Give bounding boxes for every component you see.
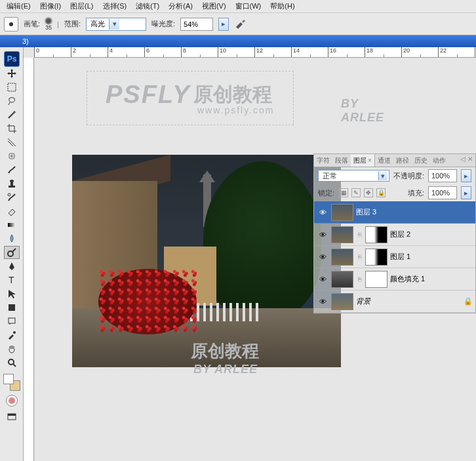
mask-thumb[interactable] [365, 249, 387, 266]
wand-tool[interactable] [4, 108, 20, 121]
ruler-vertical[interactable] [24, 58, 34, 461]
notes-tool[interactable] [4, 315, 20, 328]
layers-panel: ◁ ✕ 字符 段落 图层× 通道 路径 历史 动作 正常▾ 不透明度: 100%… [313, 153, 476, 313]
menu-help[interactable]: 帮助(H) [266, 0, 298, 12]
layer-thumb[interactable] [331, 204, 353, 221]
layer-row[interactable]: 👁 ⎘ 图层 2 [314, 224, 475, 246]
type-tool[interactable]: T [4, 273, 20, 287]
fill-input[interactable]: 100% [428, 186, 457, 199]
visibility-icon[interactable]: 👁 [317, 231, 328, 239]
quick-mask-toggle[interactable] [6, 395, 18, 407]
close-icon[interactable]: × [368, 157, 372, 164]
lock-position-icon[interactable]: ✥ [364, 188, 373, 197]
lock-all-icon[interactable]: 🔒 [376, 188, 386, 197]
link-icon: ⎘ [356, 276, 363, 283]
gradient-tool[interactable] [4, 218, 20, 231]
lasso-tool[interactable] [4, 94, 20, 108]
svg-rect-0 [8, 83, 16, 91]
dodge-tool[interactable] [4, 246, 20, 259]
exposure-input[interactable]: 54% [180, 18, 213, 31]
menu-layer[interactable]: 图层(L) [66, 0, 97, 12]
fill-label: 填充: [408, 188, 424, 198]
watermark-top: PSFLY原创教程 www.psfly.com BY ARLEE [87, 71, 294, 125]
menu-image[interactable]: 图像(I) [36, 0, 65, 12]
history-brush-tool[interactable] [4, 191, 20, 204]
tool-preset-picker[interactable] [4, 17, 18, 31]
layer-name[interactable]: 颜色填充 1 [390, 274, 425, 284]
slice-tool[interactable] [4, 136, 20, 149]
pen-tool[interactable] [4, 260, 20, 273]
layer-row[interactable]: 👁 ⎘ 图层 1 [314, 246, 475, 268]
layer-name[interactable]: 背景 [356, 296, 370, 306]
visibility-icon[interactable]: 👁 [317, 298, 328, 306]
layer-thumb[interactable] [331, 226, 353, 243]
layer-name[interactable]: 图层 3 [356, 207, 376, 217]
toolbox: T [0, 47, 24, 461]
visibility-icon[interactable]: 👁 [317, 275, 328, 283]
menu-analysis[interactable]: 分析(A) [165, 0, 197, 12]
tab-character[interactable]: 字符 [314, 154, 332, 167]
layer-name[interactable]: 图层 2 [390, 230, 410, 239]
lock-transparent-icon[interactable]: ▦ [339, 188, 348, 197]
layer-thumb[interactable] [331, 271, 353, 288]
brush-size: 35 [45, 24, 52, 31]
tab-paths[interactable]: 路径 [393, 154, 412, 167]
screen-mode-toggle[interactable] [4, 411, 20, 424]
color-swatch[interactable] [3, 374, 20, 391]
lock-pixels-icon[interactable]: ✎ [351, 188, 361, 197]
visibility-icon[interactable]: 👁 [317, 209, 328, 216]
brush-tool[interactable] [4, 163, 20, 176]
blur-tool[interactable] [4, 232, 20, 245]
opacity-input[interactable]: 100% [428, 169, 457, 182]
range-select[interactable]: 高光 ▾ [86, 18, 146, 31]
exposure-flyout[interactable]: ▸ [218, 18, 229, 31]
eyedropper-tool[interactable] [4, 329, 20, 342]
marquee-tool[interactable] [4, 81, 20, 94]
menu-view[interactable]: 视图(V) [198, 0, 230, 12]
canvas-area: 024681012141618202224 PSFLY原创教程 www.psfl… [24, 47, 476, 461]
brush-picker[interactable]: 35 [45, 18, 52, 31]
stamp-tool[interactable] [4, 177, 20, 190]
opacity-flyout[interactable]: ▸ [461, 169, 471, 182]
blend-mode-select[interactable]: 正常▾ [318, 170, 389, 182]
tab-layers[interactable]: 图层× [351, 154, 375, 167]
menu-filter[interactable]: 滤镜(T) [132, 0, 163, 12]
layer-row[interactable]: 👁 ⎘ 颜色填充 1 [314, 268, 475, 291]
foreground-color[interactable] [3, 374, 14, 384]
tab-actions[interactable]: 动作 [430, 154, 448, 167]
layer-thumb[interactable] [331, 293, 353, 310]
tab-channels[interactable]: 通道 [375, 154, 393, 167]
move-tool[interactable] [4, 67, 20, 80]
layer-row[interactable]: 👁 背景 🔒 [314, 291, 475, 313]
mask-thumb[interactable] [365, 226, 387, 243]
eraser-tool[interactable] [4, 205, 20, 218]
visibility-icon[interactable]: 👁 [317, 253, 328, 261]
document-region[interactable]: PSFLY原创教程 www.psfly.com BY ARLEE 原创教程 BY… [34, 58, 476, 461]
layer-list: 👁 图层 3 👁 ⎘ 图层 2 👁 ⎘ [314, 201, 475, 313]
layer-row[interactable]: 👁 图层 3 [314, 201, 475, 224]
crop-tool[interactable] [4, 122, 20, 135]
zoom-tool[interactable] [4, 356, 20, 369]
ps-logo-icon: Ps [4, 51, 20, 67]
document-title-bar: 3) [0, 35, 476, 47]
layer-thumb[interactable] [331, 249, 353, 266]
panel-close-icon[interactable]: ◁ ✕ [460, 155, 473, 163]
mask-thumb[interactable] [365, 271, 387, 288]
fill-flyout[interactable]: ▸ [461, 186, 471, 199]
tab-history[interactable]: 历史 [412, 154, 430, 167]
airbrush-icon[interactable] [234, 18, 247, 31]
menu-window[interactable]: 窗口(W) [231, 0, 266, 12]
heal-tool[interactable] [4, 150, 20, 163]
shape-tool[interactable] [4, 301, 20, 314]
tab-paragraph[interactable]: 段落 [332, 154, 351, 167]
menu-edit[interactable]: 编辑(E) [3, 0, 35, 12]
ruler-horizontal[interactable]: 024681012141618202224 [34, 47, 476, 58]
brush-label: 画笔: [24, 19, 40, 29]
path-select-tool[interactable] [4, 287, 20, 300]
svg-point-5 [8, 193, 10, 196]
canvas-image[interactable] [72, 155, 341, 367]
svg-rect-14 [8, 414, 16, 416]
menu-select[interactable]: 选择(S) [99, 0, 131, 12]
hand-tool[interactable] [4, 342, 20, 355]
layer-name[interactable]: 图层 1 [390, 252, 410, 262]
